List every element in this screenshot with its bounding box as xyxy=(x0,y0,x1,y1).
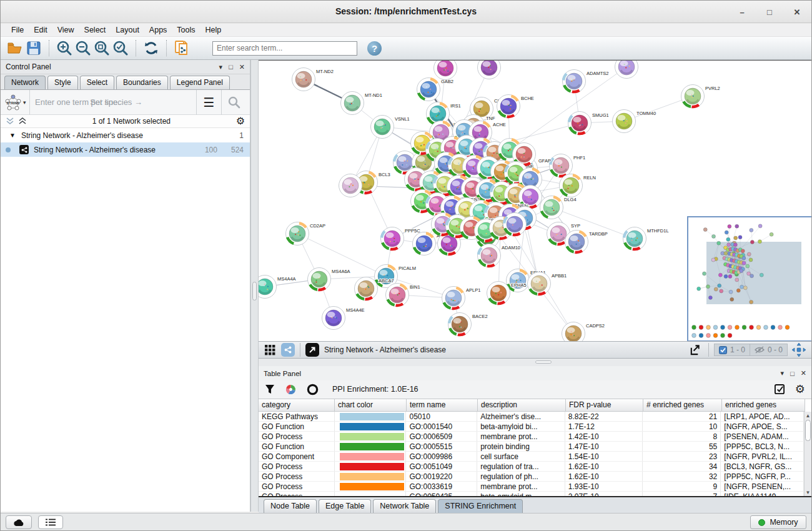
table-row[interactable]: GO FunctionGO:0001540beta-amyloid bi...1… xyxy=(259,422,804,432)
table-row[interactable]: GO ProcessGO:0050435beta-amyloid m...2.0… xyxy=(259,492,804,496)
menu-view[interactable]: View xyxy=(53,24,79,36)
network-node-epha5[interactable]: EPHA5 xyxy=(487,282,527,305)
network-node-tardbp[interactable]: TARDBP xyxy=(565,231,608,254)
network-view[interactable]: MT-ND2MT-ND1VSNL1GAB2ADAMTS2PVRL2TOMM40S… xyxy=(259,60,811,341)
ring-chart-icon[interactable] xyxy=(307,384,319,395)
network-row-selected[interactable]: String Network - Alzheimer's disease 100… xyxy=(1,142,250,157)
string-options-button[interactable]: ☰ xyxy=(196,90,221,115)
save-session-button[interactable] xyxy=(24,39,43,57)
birdseye-toggle-button[interactable] xyxy=(305,343,319,357)
zoom-out-button[interactable] xyxy=(74,39,92,57)
network-node-tomm40[interactable]: TOMM40 xyxy=(613,110,656,133)
panel-close-icon[interactable]: ✕ xyxy=(239,63,245,71)
tab-network-table[interactable]: Network Table xyxy=(373,499,436,513)
network-node[interactable] xyxy=(503,213,527,236)
tab-edge-table[interactable]: Edge Table xyxy=(319,499,371,513)
panel-splitter-horizontal[interactable] xyxy=(259,359,811,366)
scrollbar-thumb[interactable] xyxy=(805,420,811,441)
network-node-cd2ap[interactable]: CD2AP xyxy=(286,222,326,246)
birdseye-viewport[interactable] xyxy=(706,242,801,304)
network-node-bace2[interactable]: BACE2 xyxy=(448,313,488,336)
table-row[interactable]: GO ProcessGO:0051049regulation of tra...… xyxy=(259,462,804,472)
network-node-bin1[interactable]: BIN1 xyxy=(386,284,420,307)
table-panel-menu-icon[interactable]: ▾ xyxy=(781,369,785,377)
splitter-grip[interactable] xyxy=(252,282,257,300)
menu-help[interactable]: Help xyxy=(201,24,226,36)
expand-all-icon[interactable] xyxy=(18,117,27,125)
cloud-tasks-button[interactable] xyxy=(6,515,32,529)
enrichment-settings-gear-icon[interactable]: ⚙ xyxy=(795,384,805,395)
network-graph[interactable]: MT-ND2MT-ND1VSNL1GAB2ADAMTS2PVRL2TOMM40S… xyxy=(259,61,811,341)
menu-tools[interactable]: Tools xyxy=(172,24,199,36)
panel-splitter-vertical[interactable] xyxy=(250,60,259,512)
column-header--enriched-genes[interactable]: # enriched genes xyxy=(643,399,722,412)
table-row[interactable]: GO ProcessGO:0033619membrane prot...1.93… xyxy=(259,482,804,492)
memory-button[interactable]: Memory xyxy=(750,515,806,529)
share-network-button[interactable] xyxy=(281,343,295,357)
export-network-button[interactable] xyxy=(687,342,703,357)
table-row[interactable]: KEGG Pathways05010Alzheimer's dise...8.8… xyxy=(259,412,804,422)
network-node-bche[interactable]: BCHE xyxy=(497,95,534,118)
network-node-phf1[interactable]: PHF1 xyxy=(550,154,586,177)
network-node-gab2[interactable]: GAB2 xyxy=(417,78,454,101)
table-row[interactable]: GO ComponentGO:0009986cell surface1.54E-… xyxy=(259,452,804,462)
network-node-dlg4[interactable]: DLG4 xyxy=(540,196,577,219)
tab-node-table[interactable]: Node Table xyxy=(264,499,317,513)
network-node-mthfd1l[interactable]: MTHFD1L xyxy=(623,227,669,251)
network-node-cadps2[interactable]: CADPS2 xyxy=(562,322,605,342)
network-collection-row[interactable]: ▼ String Network - Alzheimer's disease 1 xyxy=(1,128,250,142)
tab-legend-panel[interactable]: Legend Panel xyxy=(170,76,230,89)
menu-edit[interactable]: Edit xyxy=(29,24,52,36)
network-node[interactable] xyxy=(434,61,457,80)
panel-float-icon[interactable]: □ xyxy=(229,63,233,71)
network-node-aplp1[interactable]: APLP1 xyxy=(442,287,481,310)
search-input[interactable] xyxy=(212,41,357,56)
network-node[interactable] xyxy=(339,174,362,197)
menu-file[interactable]: File xyxy=(7,24,28,36)
panel-menu-icon[interactable]: ▾ xyxy=(219,63,223,71)
pan-tool-button[interactable] xyxy=(790,342,808,358)
network-node-ms4a4a[interactable]: MS4A4A xyxy=(259,275,296,299)
refresh-button[interactable] xyxy=(142,39,161,57)
network-panel-gear-icon[interactable]: ⚙ xyxy=(236,116,245,126)
column-header-enriched-genes[interactable]: enriched genes xyxy=(722,399,805,412)
string-logo-dropdown[interactable]: STRING ▾ xyxy=(4,94,29,111)
birdseye-view[interactable] xyxy=(688,217,811,341)
table-row[interactable]: GO ProcessGO:0019220regulation of ph...1… xyxy=(259,472,804,482)
menu-apps[interactable]: Apps xyxy=(145,24,172,36)
open-session-button[interactable] xyxy=(6,39,24,57)
network-node-smug1[interactable]: SMUG1 xyxy=(568,112,609,135)
network-node[interactable] xyxy=(615,61,638,79)
table-panel-close-icon[interactable]: ✕ xyxy=(801,369,806,377)
network-node-ms4a4e[interactable]: MS4A4E xyxy=(322,307,365,330)
tab-network[interactable]: Network xyxy=(4,76,46,89)
grid-view-button[interactable] xyxy=(262,341,277,359)
column-header-chart-color[interactable]: chart color xyxy=(335,399,407,412)
zoom-selected-button[interactable] xyxy=(111,39,130,57)
filter-icon[interactable] xyxy=(265,384,275,395)
network-node-mt-nd2[interactable]: MT-ND2 xyxy=(292,68,334,91)
task-history-button[interactable] xyxy=(38,515,63,529)
network-node-vsnl1[interactable]: VSNL1 xyxy=(371,116,410,139)
network-node-pvrl2[interactable]: PVRL2 xyxy=(681,85,720,108)
menu-layout[interactable]: Layout xyxy=(111,24,144,36)
table-row[interactable]: GO FunctionGO:0005515protein binding1.47… xyxy=(259,442,804,452)
zoom-fit-button[interactable] xyxy=(92,39,111,57)
column-header-FDR-p-value[interactable]: FDR p-value xyxy=(566,399,643,412)
scroll-up-icon[interactable]: ▲ xyxy=(805,412,811,419)
network-node[interactable] xyxy=(478,61,501,79)
column-header-category[interactable]: category xyxy=(259,399,335,412)
tab-style[interactable]: Style xyxy=(47,76,78,89)
network-node-apbb1[interactable]: APBB1 xyxy=(528,272,567,295)
maximize-button[interactable]: □ xyxy=(761,4,778,19)
close-button[interactable]: ✕ xyxy=(789,4,805,19)
table-scrollbar[interactable]: ▲ ▼ xyxy=(804,412,811,496)
scroll-down-icon[interactable]: ▼ xyxy=(805,489,811,496)
network-from-file-button[interactable] xyxy=(172,39,191,57)
tab-string-enrichment[interactable]: STRING Enrichment xyxy=(438,499,523,513)
select-columns-icon[interactable] xyxy=(775,384,785,395)
zoom-in-button[interactable] xyxy=(55,39,74,57)
menu-select[interactable]: Select xyxy=(80,24,111,36)
table-row[interactable]: GO ProcessGO:0006509membrane prot...1.42… xyxy=(259,432,804,442)
table-panel-float-icon[interactable]: □ xyxy=(790,370,795,377)
